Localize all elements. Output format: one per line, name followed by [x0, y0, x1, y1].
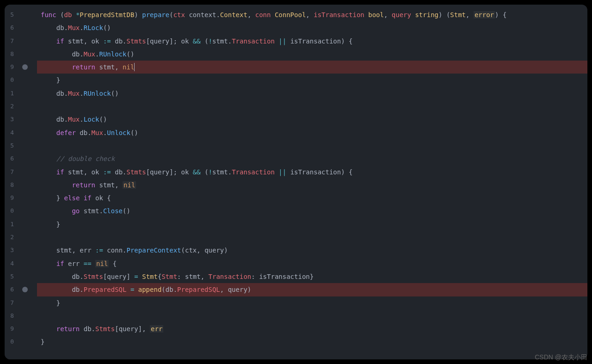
code-line[interactable]: if stmt, ok := db.Stmts[query]; ok && (!…: [37, 166, 587, 179]
line-number: 8: [5, 309, 18, 322]
code-line[interactable]: // double check: [37, 152, 587, 165]
line-number: 2: [5, 100, 18, 113]
line-number: 9: [5, 61, 18, 74]
line-number: 5: [5, 8, 18, 21]
watermark: CSDN @农夫小田: [535, 353, 587, 362]
line-number: 5: [5, 270, 18, 283]
code-line[interactable]: db.Mux.RUnlock(): [37, 48, 587, 61]
line-gutter: 5 6 7 8 9 0 1 2 3 4 5 6 7 8 9 0 1 2 3 4 …: [5, 5, 18, 359]
code-line-highlighted[interactable]: return stmt, nil: [37, 61, 587, 74]
code-line-highlighted[interactable]: db.PreparedSQL = append(db.PreparedSQL, …: [37, 283, 587, 296]
code-line[interactable]: }: [37, 74, 587, 86]
line-number: 4: [5, 257, 18, 270]
code-line[interactable]: }: [37, 218, 587, 231]
breakpoint-icon[interactable]: [22, 287, 28, 292]
code-line[interactable]: defer db.Mux.Unlock(): [37, 126, 587, 139]
code-line[interactable]: return stmt, nil: [37, 179, 587, 191]
code-line[interactable]: go stmt.Close(): [37, 204, 587, 217]
code-line[interactable]: db.Mux.RUnlock(): [37, 87, 587, 100]
line-number: 8: [5, 48, 18, 61]
line-number: 0: [5, 74, 18, 86]
line-number: 7: [5, 35, 18, 48]
code-line[interactable]: db.Mux.Lock(): [37, 113, 587, 126]
code-line[interactable]: [37, 309, 587, 322]
line-number: 0: [5, 335, 18, 348]
line-number: 7: [5, 296, 18, 309]
code-line[interactable]: db.Mux.RLock(): [37, 21, 587, 34]
line-number: 7: [5, 166, 18, 179]
code-line[interactable]: if err == nil {: [37, 257, 587, 270]
code-line[interactable]: return db.Stmts[query], err: [37, 322, 587, 335]
code-line[interactable]: }: [37, 296, 587, 309]
line-number: 9: [5, 191, 18, 204]
code-line[interactable]: [37, 139, 587, 152]
line-number: 0: [5, 204, 18, 217]
line-number: 4: [5, 126, 18, 139]
line-number: 1: [5, 218, 18, 231]
line-number: 1: [5, 87, 18, 100]
line-number: 6: [5, 21, 18, 34]
code-line[interactable]: if stmt, ok := db.Stmts[query]; ok && (!…: [37, 35, 587, 48]
code-line[interactable]: db.Stmts[query] = Stmt{Stmt: stmt, Trans…: [37, 270, 587, 283]
line-number: 5: [5, 139, 18, 152]
line-number: 8: [5, 179, 18, 191]
code-line[interactable]: func (db *PreparedStmtDB) prepare(ctx co…: [37, 8, 587, 21]
code-line[interactable]: [37, 100, 587, 113]
code-content[interactable]: func (db *PreparedStmtDB) prepare(ctx co…: [37, 5, 587, 359]
line-number: 2: [5, 231, 18, 244]
line-number: 6: [5, 152, 18, 165]
code-line[interactable]: }: [37, 335, 587, 348]
breakpoint-gutter[interactable]: [18, 5, 37, 359]
line-number: 6: [5, 283, 18, 296]
breakpoint-icon[interactable]: [22, 64, 28, 70]
line-number: 3: [5, 113, 18, 126]
line-number: 9: [5, 322, 18, 335]
code-line[interactable]: } else if ok {: [37, 191, 587, 204]
code-line[interactable]: [37, 231, 587, 244]
line-number: 3: [5, 244, 18, 257]
code-editor[interactable]: 5 6 7 8 9 0 1 2 3 4 5 6 7 8 9 0 1 2 3 4 …: [5, 5, 587, 359]
code-line[interactable]: stmt, err := conn.PrepareContext(ctx, qu…: [37, 244, 587, 257]
text-cursor: [134, 63, 135, 71]
